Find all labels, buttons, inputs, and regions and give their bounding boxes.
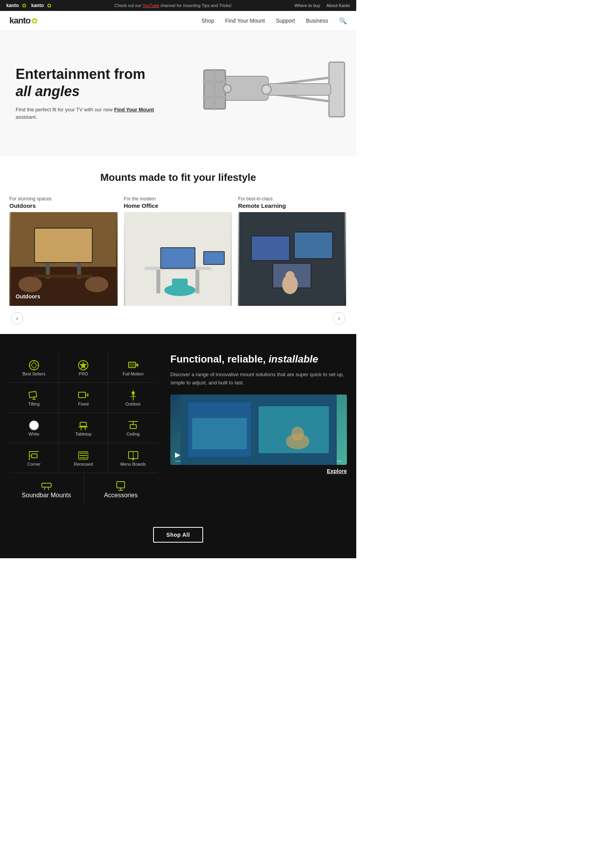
- mount-illustration: [196, 39, 352, 140]
- hero-title-line1: Entertainment from: [16, 66, 145, 82]
- nav-shop[interactable]: Shop: [201, 18, 214, 24]
- icon-tilting[interactable]: Tilting: [9, 383, 59, 413]
- icon-tabletop[interactable]: Tabletop: [59, 413, 109, 443]
- about-kanto-link[interactable]: About Kanto: [326, 3, 350, 8]
- fixed-icon: [77, 389, 89, 402]
- icon-outdoor[interactable]: Outdoor: [108, 383, 158, 413]
- svg-rect-84: [42, 483, 51, 487]
- icon-best-sellers[interactable]: Best Sellers: [9, 353, 59, 383]
- hero-subtitle-text: Find the perfect fit for your TV with ou…: [16, 107, 114, 113]
- search-icon[interactable]: 🔍: [339, 17, 347, 25]
- hero-subtitle: Find the perfect fit for your TV with ou…: [16, 106, 164, 121]
- svg-line-69: [81, 427, 82, 430]
- icon-fixed[interactable]: Fixed: [59, 383, 109, 413]
- card-image-homeoffice: [124, 212, 232, 306]
- outdoor-icon: [127, 389, 139, 402]
- svg-rect-28: [161, 248, 195, 268]
- icon-accessories[interactable]: Accessories: [84, 473, 158, 505]
- dark-right-content: Functional, reliable, installable Discov…: [170, 353, 347, 505]
- card-overlay-outdoors: Outdoors: [16, 293, 40, 300]
- svg-rect-26: [195, 270, 199, 293]
- svg-line-86: [48, 487, 49, 490]
- explore-link[interactable]: Explore: [170, 468, 347, 474]
- card-image-outdoors: Outdoors: [9, 212, 118, 306]
- video-thumbnail[interactable]: ▶ 0:00 / 0:33: [170, 395, 347, 465]
- card-label-bottom-0: Outdoors: [9, 202, 118, 209]
- nav-logo-text: kanto: [9, 16, 30, 26]
- shop-all-button[interactable]: Shop All: [153, 527, 203, 543]
- icon-white[interactable]: White: [9, 413, 59, 443]
- icon-ceiling[interactable]: Ceiling: [108, 413, 158, 443]
- icon-menu-boards[interactable]: Menu Boards: [108, 443, 158, 473]
- video-bg-illustration: [170, 395, 347, 465]
- nav-find-mount[interactable]: Find Your Mount: [225, 18, 265, 24]
- soundbar-mounts-icon: [40, 479, 53, 492]
- svg-line-70: [85, 427, 86, 430]
- hero-mount-image: [192, 39, 356, 140]
- dark-headline: Functional, reliable, installable: [170, 353, 347, 366]
- ceiling-label: Ceiling: [127, 432, 140, 436]
- svg-point-10: [223, 85, 231, 93]
- carousel-prev-button[interactable]: ‹: [11, 312, 23, 325]
- lifestyle-card-homeoffice[interactable]: For the modern Home Office: [124, 196, 232, 306]
- icon-full-motion[interactable]: Full Motion: [108, 353, 158, 383]
- carousel-next-button[interactable]: ›: [333, 312, 345, 325]
- icon-soundbar-mounts[interactable]: Soundbar Mounts: [9, 473, 84, 505]
- ceiling-icon: [127, 419, 139, 432]
- white-label: White: [29, 432, 39, 436]
- icon-pro[interactable]: PRO: [59, 353, 109, 383]
- nav-business[interactable]: Business: [306, 18, 328, 24]
- lifestyle-card-outdoors[interactable]: For stunning spaces Outdoors Outdoors: [9, 196, 118, 306]
- svg-marker-49: [79, 361, 87, 369]
- youtube-link[interactable]: YouTube: [142, 3, 159, 8]
- lifestyle-card-remote[interactable]: For best-in-class Remote Learning: [238, 196, 346, 306]
- corner-icon: [28, 449, 40, 462]
- nav-logo-leaf: ✿: [31, 16, 38, 25]
- icon-recessed[interactable]: Recessed: [59, 443, 109, 473]
- tilting-label: Tilting: [28, 402, 39, 406]
- nav-logo[interactable]: kanto ✿: [9, 16, 38, 26]
- pro-label: PRO: [79, 371, 88, 376]
- svg-line-65: [133, 396, 136, 397]
- find-your-mount-link[interactable]: Find Your Mount: [114, 107, 154, 113]
- hero-subtitle-suffix: assistant.: [16, 114, 37, 120]
- promo-suffix: channel for mounting Tips and Tricks!: [161, 3, 232, 8]
- pro-icon: [77, 359, 89, 371]
- svg-point-95: [291, 427, 304, 441]
- card-label-bottom-1: Home Office: [124, 202, 232, 209]
- recessed-label: Recessed: [74, 462, 93, 466]
- nav-support[interactable]: Support: [276, 18, 295, 24]
- top-bar: kanto ✿ kanto ✿ Check out our YouTube ch…: [0, 0, 356, 11]
- lifestyle-grid: For stunning spaces Outdoors Outdoors: [9, 196, 347, 306]
- where-to-buy-link[interactable]: Where to buy: [295, 3, 320, 8]
- svg-rect-74: [32, 454, 37, 458]
- icon-corner[interactable]: Corner: [9, 443, 59, 473]
- white-icon: [28, 419, 40, 432]
- recessed-icon: [77, 449, 89, 462]
- svg-rect-5: [262, 84, 331, 95]
- card-label-top-1: For the modern: [124, 196, 232, 202]
- logo2-text: kanto: [31, 3, 44, 8]
- corner-label: Corner: [27, 462, 41, 466]
- top-bar-links: Where to buy About Kanto: [295, 3, 350, 8]
- carousel-nav: ‹ ›: [9, 312, 347, 325]
- tabletop-icon: [77, 419, 89, 432]
- svg-line-85: [44, 487, 45, 490]
- svg-rect-73: [130, 425, 136, 429]
- card-image-remote: [238, 212, 346, 306]
- menu-boards-label: Menu Boards: [120, 462, 146, 466]
- hero-content: Entertainment from all angles Find the p…: [16, 66, 164, 121]
- full-motion-label: Full Motion: [123, 371, 144, 376]
- svg-rect-25: [156, 270, 160, 293]
- card-label-top-0: For stunning spaces: [9, 196, 118, 202]
- svg-rect-19: [34, 275, 93, 278]
- top-bar-logos: kanto ✿ kanto ✿: [6, 2, 52, 9]
- svg-point-61: [132, 391, 135, 395]
- svg-rect-37: [295, 232, 332, 258]
- svg-line-64: [130, 396, 133, 397]
- svg-point-43: [32, 363, 36, 368]
- svg-rect-32: [172, 279, 188, 292]
- svg-rect-51: [129, 363, 135, 367]
- svg-rect-87: [117, 482, 125, 488]
- best-sellers-icon: [28, 359, 40, 371]
